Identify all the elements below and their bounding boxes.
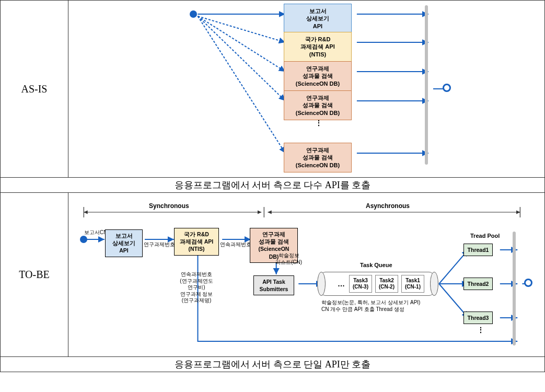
asis-end-node-icon bbox=[443, 84, 451, 92]
asis-diagram: 보고서상세보기API 국가 R&D과제검색 API(NTIS) 연구과제성과물 … bbox=[71, 3, 542, 175]
tobe-diagram: Synchronous Asynchronous 보고서CN 보고서상세보기AP… bbox=[71, 195, 542, 354]
tobe-box-ntis: 국가 R&D과제검색 API(NTIS) bbox=[174, 228, 219, 256]
asis-box-scienceon-2: 연구과제성과물 검색(ScienceON DB) bbox=[284, 90, 352, 120]
task-queue-title: Task Queue bbox=[360, 262, 392, 268]
asis-box-ntis: 국가 R&D과제검색 API(NTIS) bbox=[284, 32, 352, 62]
asis-join-bar-icon bbox=[425, 5, 428, 165]
asis-caption-cell: 응용프로그램에서 서버 측으로 다수 API를 호출 bbox=[1, 178, 545, 193]
tobe-start-node-icon bbox=[80, 236, 87, 243]
tobe-arrows bbox=[71, 195, 542, 354]
svg-line-4 bbox=[198, 16, 285, 153]
tobe-label-cell: TO-BE bbox=[1, 193, 68, 357]
asis-box-scienceon-1: 연구과제성과물 검색(ScienceON DB) bbox=[284, 61, 352, 91]
edge-label-1: 연구과제번호 bbox=[144, 241, 175, 248]
edge-label-2: 연속과제번호 bbox=[220, 241, 251, 248]
asis-label-cell: AS-IS bbox=[1, 1, 68, 178]
thread-2-box: Thread2 bbox=[463, 278, 493, 290]
asis-box-scienceon-n: 연구과제성과물 검색(ScienceON DB) bbox=[284, 143, 352, 172]
tobe-caption: 응용프로그램에서 서버 측으로 단일 API만 호출 bbox=[175, 359, 371, 370]
tobe-caption-cell: 응용프로그램에서 서버 측으로 단일 API만 호출 bbox=[1, 357, 545, 372]
asis-caption: 응용프로그램에서 서버 측으로 다수 API를 호출 bbox=[175, 180, 371, 190]
task-item-3: Task3(CN-3) bbox=[349, 275, 372, 293]
tobe-label: TO-BE bbox=[19, 269, 50, 280]
async-label: Asynchronous bbox=[366, 202, 410, 210]
thread-pool-label: Tread Pool bbox=[470, 233, 500, 239]
start-node-icon bbox=[190, 10, 197, 18]
queue-ellipsis: … bbox=[338, 280, 346, 288]
task-item-1: Task1(CN-1) bbox=[401, 275, 424, 293]
edge-label-3: 학술정보리스트(CN) bbox=[275, 252, 302, 266]
queue-cap-right-icon bbox=[430, 272, 438, 296]
task-item-2: Task2(CN-2) bbox=[375, 275, 398, 293]
queue-note: 학술정보(논문, 특허, 보고서 상세보기 API)CN 개수 만큼 API 호… bbox=[321, 299, 434, 313]
sync-label: Synchronous bbox=[149, 202, 189, 210]
svg-line-3 bbox=[198, 16, 285, 101]
api-task-submitters-box: API TaskSubmitters bbox=[253, 275, 294, 295]
thread-3-box: Thread3 bbox=[463, 312, 493, 324]
comparison-table: AS-IS bbox=[0, 0, 545, 372]
queue-cap-left-icon bbox=[317, 272, 326, 296]
svg-line-2 bbox=[198, 16, 285, 72]
start-edge-label: 보고서CN bbox=[84, 229, 107, 236]
asis-label: AS-IS bbox=[21, 83, 47, 95]
thread-ellipsis: ⋮ bbox=[477, 326, 485, 334]
asis-box-report-detail: 보고서상세보기API bbox=[284, 4, 352, 33]
thread-1-box: Thread1 bbox=[463, 244, 493, 256]
asis-ellipsis: ⋮ bbox=[315, 119, 323, 127]
asis-diagram-cell: 보고서상세보기API 국가 R&D과제검색 API(NTIS) 연구과제성과물 … bbox=[68, 1, 545, 178]
tobe-box-report-detail: 보고서상세보기API bbox=[105, 229, 143, 257]
ntis-down-label: 연속과제번호(연구과제연도연구비)연구과제 정보(연구과제명) bbox=[172, 271, 221, 304]
svg-line-1 bbox=[198, 16, 285, 42]
tobe-end-node-icon bbox=[524, 279, 532, 287]
tobe-join-bar-icon bbox=[513, 232, 516, 345]
task-queue: … Task3(CN-3) Task2(CN-2) Task1(CN-1) bbox=[320, 272, 434, 296]
tobe-diagram-cell: Synchronous Asynchronous 보고서CN 보고서상세보기AP… bbox=[68, 193, 545, 357]
